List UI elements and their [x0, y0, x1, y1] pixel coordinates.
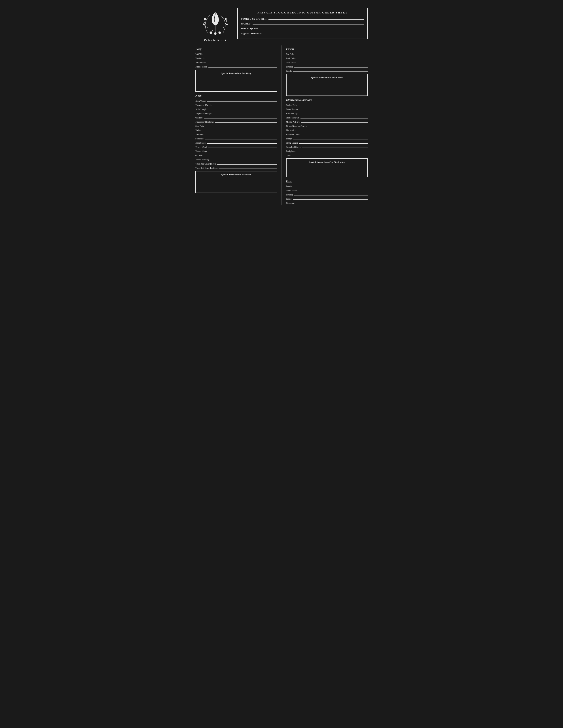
hardware-case-line[interactable] [296, 201, 368, 204]
tuning-pegs-label: Tuning Pegs: [286, 104, 297, 106]
top-color-line[interactable] [296, 52, 368, 55]
back-wood-line[interactable] [207, 60, 277, 63]
hardware-case-label: Hardware: [286, 202, 295, 204]
truss-rod-inlays-line[interactable] [217, 162, 277, 165]
fret-wire-label: Fret Wire: [195, 133, 204, 136]
fingerboard-wood-label: Fingerboard Wood: [195, 104, 212, 106]
top-wood-field: Top Wood: [195, 56, 277, 60]
treble-pickup-line[interactable] [301, 116, 368, 118]
neck-color-field: Neck Color: [286, 60, 368, 64]
binding-finish-line[interactable] [294, 65, 368, 68]
fingerboard-inlays-line[interactable] [213, 111, 277, 114]
binding-case-line[interactable] [294, 193, 368, 195]
bass-pickup-line[interactable] [299, 111, 368, 114]
tuner-buttons-line[interactable] [300, 107, 368, 110]
radius-line[interactable] [203, 128, 277, 131]
finish-special-box[interactable]: Special Instructions For Finish [286, 74, 368, 96]
finish-line[interactable] [293, 69, 368, 72]
top-wood-line[interactable] [205, 56, 277, 59]
neck-wood-label: Neck Wood: [195, 100, 206, 102]
electronics-special-box[interactable]: Special Instructions For Electronics [286, 158, 368, 177]
neck-color-label: Neck Color: [286, 62, 297, 64]
neck-color-line[interactable] [297, 60, 368, 63]
delivery-label: Approx. Delivery: [241, 32, 262, 35]
neck-shape-field: Neck Shape: [195, 141, 277, 144]
truss-rod-purfling-label: Truss Rod Cover Purfling: [195, 167, 218, 169]
side-dots-line[interactable] [205, 124, 277, 127]
svg-point-1 [203, 24, 204, 25]
hardware-case-field: Hardware: [286, 201, 368, 204]
veneer-wood-line[interactable] [208, 145, 277, 148]
string-gauge-line[interactable] [299, 141, 368, 144]
binding-finish-label: Binding: [286, 66, 294, 68]
electronics-special-title: Special Instructions For Electronics [289, 161, 366, 163]
electronics-line[interactable] [297, 128, 368, 131]
date-label: Date of Quote: [241, 27, 258, 30]
model-header-line[interactable] [252, 21, 364, 24]
neck-shape-line[interactable] [207, 141, 277, 144]
body-model-label: MODEL: [195, 53, 203, 55]
date-line[interactable] [259, 26, 364, 29]
finish-section: Finish Top Color: Back Color: Neck Color… [286, 47, 368, 96]
num-frets-line[interactable] [205, 137, 277, 139]
bridge-line[interactable] [293, 137, 368, 139]
tuning-pegs-line[interactable] [298, 103, 368, 106]
fingerboard-purfling-line[interactable] [214, 120, 277, 123]
truss-rod-purfling-field: Truss Rod Cover Purfling: [195, 166, 277, 169]
pickup-bobbins-line[interactable] [308, 124, 368, 127]
delivery-line[interactable] [263, 31, 364, 34]
veneer-inlays-field: Veneer Inlays: [195, 149, 277, 152]
case-section-title: Case [286, 179, 368, 183]
store-line[interactable] [268, 17, 364, 20]
interior-line[interactable] [294, 184, 368, 187]
main-columns: Body MODEL: Top Wood: Back Wood: Middle … [195, 45, 368, 205]
truss-rod-purfling-line[interactable] [218, 166, 277, 169]
piping-line[interactable] [293, 197, 368, 200]
tolex-field: Tolex/Tweed: [286, 188, 368, 192]
left-column: Body MODEL: Top Wood: Back Wood: Middle … [195, 45, 277, 205]
fingerboard-wood-line[interactable] [212, 103, 277, 106]
middle-pickup-field: Middle Pick-Up: [286, 120, 368, 123]
hardware-color-line[interactable] [301, 132, 368, 135]
case-elec-line[interactable] [292, 153, 368, 156]
outlines2-field: Outlines: [195, 153, 277, 157]
back-color-line[interactable] [297, 56, 368, 59]
veneer-purfling-line[interactable] [210, 158, 277, 160]
treble-pickup-field: Treble Pick-Up: [286, 116, 368, 119]
back-color-label: Back Color: [286, 57, 296, 60]
middle-wood-line[interactable] [208, 65, 277, 68]
outlines-line[interactable] [204, 116, 277, 118]
tolex-line[interactable] [298, 188, 368, 191]
scale-length-line[interactable] [208, 107, 277, 110]
bridge-label: Bridge: [286, 138, 293, 140]
veneer-wood-field: Veneer Wood: [195, 145, 277, 148]
binding-case-label: Binding: [286, 194, 294, 196]
outlines2-line[interactable] [204, 153, 277, 156]
scale-length-label: Scale Length: [195, 108, 207, 111]
fingerboard-inlays-field: Fingerboard Inlays: [195, 111, 277, 115]
veneer-wood-label: Veneer Wood: [195, 146, 207, 148]
truss-rod-cover-line[interactable] [302, 145, 368, 148]
fret-wire-line[interactable] [205, 132, 277, 135]
radius-field: Radius: [195, 128, 277, 131]
fret-wire-field: Fret Wire: [195, 132, 277, 136]
body-special-box[interactable]: Special Instructions For Body [195, 70, 277, 92]
logo-area: Private Stock [195, 8, 235, 42]
body-model-line[interactable] [204, 52, 277, 55]
neck-wood-line[interactable] [207, 99, 277, 102]
header-area: Private Stock PRIVATE STOCK ELECTRIC GUI… [195, 8, 368, 42]
tuning-pegs-field: Tuning Pegs: [286, 103, 368, 106]
fingerboard-wood-field: Fingerboard Wood: [195, 103, 277, 106]
backplates-line[interactable] [297, 149, 368, 152]
middle-pickup-label: Middle Pick-Up: [286, 121, 300, 123]
neck-special-box[interactable]: Special Instructions For Neck [195, 171, 277, 193]
header-field-delivery: Approx. Delivery: [241, 31, 364, 35]
electronics-section-title: Electronics/Hardware [286, 98, 368, 102]
header-box: PRIVATE STOCK ELECTRIC GUITAR ORDER SHEE… [237, 8, 368, 39]
piping-field: Piping: [286, 197, 368, 200]
outlines-label: Outlines: [195, 117, 203, 119]
bass-pickup-field: Bass Pick-Up: [286, 111, 368, 115]
middle-pickup-line[interactable] [301, 120, 368, 123]
veneer-inlays-line[interactable] [208, 149, 277, 152]
middle-wood-label: Middle Wood: [195, 66, 207, 68]
